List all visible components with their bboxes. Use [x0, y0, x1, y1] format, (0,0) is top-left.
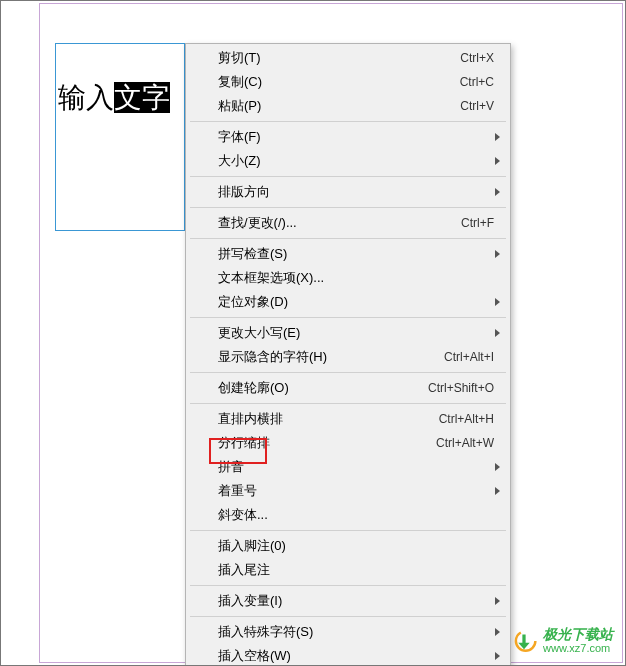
menu-item-label: 显示隐含的字符(H) — [218, 348, 444, 366]
menu-item-text-direction[interactable]: 排版方向 — [188, 180, 508, 204]
menu-item-label: 拼写检查(S) — [218, 245, 489, 263]
submenu-arrow-icon — [495, 628, 500, 636]
menu-item-paste[interactable]: 粘贴(P)Ctrl+V — [188, 94, 508, 118]
menu-item-label: 着重号 — [218, 482, 489, 500]
menu-separator — [190, 530, 506, 531]
submenu-arrow-icon — [495, 298, 500, 306]
menu-item-cut[interactable]: 剪切(T)Ctrl+X — [188, 46, 508, 70]
menu-item-warichu[interactable]: 分行缩排Ctrl+Alt+W — [188, 431, 508, 455]
menu-item-label: 复制(C) — [218, 73, 460, 91]
submenu-arrow-icon — [495, 157, 500, 165]
menu-item-shortcut: Ctrl+Shift+O — [428, 381, 494, 395]
menu-item-font[interactable]: 字体(F) — [188, 125, 508, 149]
menu-item-label: 分行缩排 — [218, 434, 436, 452]
text-plain: 输入 — [58, 82, 114, 113]
menu-item-label: 更改大小写(E) — [218, 324, 489, 342]
menu-item-label: 插入尾注 — [218, 561, 500, 579]
menu-separator — [190, 585, 506, 586]
menu-item-shortcut: Ctrl+F — [461, 216, 494, 230]
submenu-arrow-icon — [495, 329, 500, 337]
menu-item-insert-whitespace[interactable]: 插入空格(W) — [188, 644, 508, 666]
menu-item-shortcut: Ctrl+Alt+I — [444, 350, 494, 364]
menu-separator — [190, 616, 506, 617]
menu-item-shortcut: Ctrl+C — [460, 75, 494, 89]
menu-item-label: 定位对象(D) — [218, 293, 489, 311]
download-arrow-icon — [511, 628, 537, 654]
menu-item-spell-check[interactable]: 拼写检查(S) — [188, 242, 508, 266]
menu-item-text-frame-options[interactable]: 文本框架选项(X)... — [188, 266, 508, 290]
menu-item-label: 插入空格(W) — [218, 647, 489, 665]
menu-item-shortcut: Ctrl+X — [460, 51, 494, 65]
menu-separator — [190, 207, 506, 208]
menu-item-size[interactable]: 大小(Z) — [188, 149, 508, 173]
menu-item-label: 文本框架选项(X)... — [218, 269, 500, 287]
menu-item-label: 斜变体... — [218, 506, 500, 524]
menu-item-label: 插入特殊字符(S) — [218, 623, 489, 641]
menu-item-show-hidden-chars[interactable]: 显示隐含的字符(H)Ctrl+Alt+I — [188, 345, 508, 369]
text-selection: 文字 — [114, 82, 170, 113]
menu-item-insert-endnote[interactable]: 插入尾注 — [188, 558, 508, 582]
submenu-arrow-icon — [495, 597, 500, 605]
menu-item-find-change[interactable]: 查找/更改(/)...Ctrl+F — [188, 211, 508, 235]
menu-item-insert-footnote[interactable]: 插入脚注(0) — [188, 534, 508, 558]
menu-item-shortcut: Ctrl+Alt+H — [439, 412, 494, 426]
menu-separator — [190, 238, 506, 239]
menu-item-shortcut: Ctrl+Alt+W — [436, 436, 494, 450]
menu-item-label: 字体(F) — [218, 128, 489, 146]
canvas: 输入文字 剪切(T)Ctrl+X复制(C)Ctrl+C粘贴(P)Ctrl+V字体… — [1, 1, 625, 665]
watermark: 极光下载站 www.xz7.com — [511, 626, 613, 655]
submenu-arrow-icon — [495, 188, 500, 196]
menu-item-change-case[interactable]: 更改大小写(E) — [188, 321, 508, 345]
menu-item-label: 插入脚注(0) — [218, 537, 500, 555]
menu-item-shatai[interactable]: 斜变体... — [188, 503, 508, 527]
watermark-title: 极光下载站 — [543, 626, 613, 642]
menu-separator — [190, 121, 506, 122]
menu-separator — [190, 372, 506, 373]
submenu-arrow-icon — [495, 250, 500, 258]
submenu-arrow-icon — [495, 487, 500, 495]
menu-item-label: 排版方向 — [218, 183, 489, 201]
menu-item-label: 粘贴(P) — [218, 97, 460, 115]
menu-item-insert-variable[interactable]: 插入变量(I) — [188, 589, 508, 613]
menu-item-create-outlines[interactable]: 创建轮廓(O)Ctrl+Shift+O — [188, 376, 508, 400]
menu-item-label: 插入变量(I) — [218, 592, 489, 610]
menu-item-label: 拼音 — [218, 458, 489, 476]
menu-item-label: 查找/更改(/)... — [218, 214, 461, 232]
submenu-arrow-icon — [495, 652, 500, 660]
menu-item-tate-chu-yoko[interactable]: 直排内横排Ctrl+Alt+H — [188, 407, 508, 431]
menu-item-insert-special-char[interactable]: 插入特殊字符(S) — [188, 620, 508, 644]
menu-item-kenten[interactable]: 着重号 — [188, 479, 508, 503]
watermark-url: www.xz7.com — [543, 642, 613, 655]
menu-separator — [190, 176, 506, 177]
menu-item-label: 大小(Z) — [218, 152, 489, 170]
menu-item-copy[interactable]: 复制(C)Ctrl+C — [188, 70, 508, 94]
menu-item-label: 直排内横排 — [218, 410, 439, 428]
context-menu[interactable]: 剪切(T)Ctrl+X复制(C)Ctrl+C粘贴(P)Ctrl+V字体(F)大小… — [185, 43, 511, 666]
menu-separator — [190, 317, 506, 318]
submenu-arrow-icon — [495, 133, 500, 141]
menu-separator — [190, 403, 506, 404]
menu-item-label: 剪切(T) — [218, 49, 460, 67]
menu-item-label: 创建轮廓(O) — [218, 379, 428, 397]
menu-item-anchored-object[interactable]: 定位对象(D) — [188, 290, 508, 314]
text-frame[interactable]: 输入文字 — [55, 43, 185, 231]
submenu-arrow-icon — [495, 463, 500, 471]
menu-item-shortcut: Ctrl+V — [460, 99, 494, 113]
text-content[interactable]: 输入文字 — [56, 44, 184, 116]
menu-item-ruby[interactable]: 拼音 — [188, 455, 508, 479]
